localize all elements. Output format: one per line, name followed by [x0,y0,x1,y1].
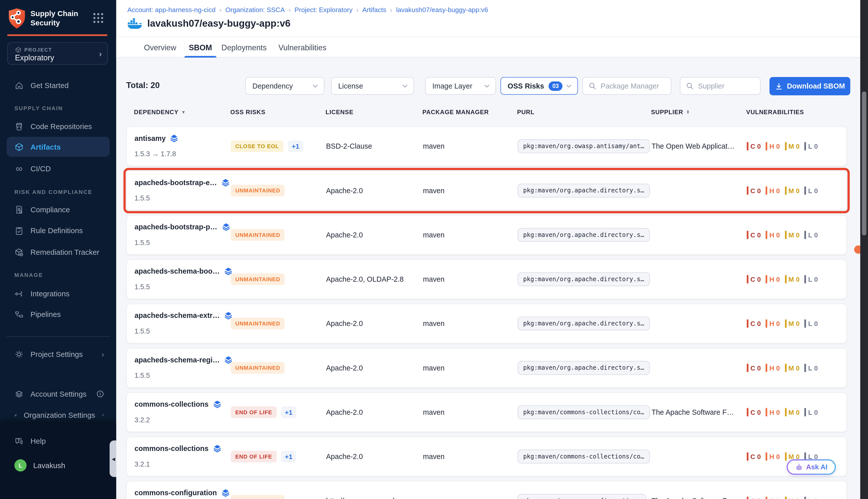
gear-icon [14,349,24,358]
table-row[interactable]: commons-configuration UNMAINTAINED http:… [126,481,847,499]
breadcrumb-link[interactable]: Project: Exploratory [294,6,353,14]
sidebar-section-risk-compliance: RISK AND COMPLIANCE [14,189,92,195]
chevron-down-icon [402,84,408,88]
package-manager-cell: maven [423,231,444,239]
dependency-name: apacheds-schema-extr… [135,312,219,320]
tab-vulnerabilities[interactable]: Vulnerabilities [278,37,326,58]
column-header-dependency[interactable]: DEPENDENCY ▼ [134,109,186,115]
dependency-version: 3.2.2 [135,416,221,424]
dependency-name: apacheds-schema-regi… [135,356,219,364]
sidebar-item-code-repositories[interactable]: Code Repositories [7,117,110,136]
sidebar-item-compliance[interactable]: Compliance [7,199,110,219]
table-row[interactable]: antisamy 1.5.3 → 1.7.8 CLOSE TO EOL+1 BS… [126,126,847,166]
table-row[interactable]: commons-collections 3.2.2 END OF LIFE+1 … [126,392,847,433]
sidebar-item-label: Rule Definitions [30,226,104,235]
purl-pill[interactable]: pkg:maven/commons-configuration… [518,494,646,499]
sidebar-item-pipelines[interactable]: Pipelines [7,304,110,324]
sidebar-item-rule-definitions[interactable]: Rule Definitions [7,221,110,241]
oss-risks-filter-dropdown[interactable]: OSS Risks 03 [500,77,578,95]
layers-icon [170,134,178,142]
breadcrumb-link[interactable]: Organization: SSCA [225,6,285,14]
supplier-search-input[interactable]: Supplier [680,77,761,95]
scrollbar-thumb[interactable] [862,91,867,235]
download-sbom-button[interactable]: Download SBOM [769,77,851,95]
purl-pill[interactable]: pkg:maven/commons-collections/co… [518,405,650,419]
license-filter-dropdown[interactable]: License [331,77,414,95]
tab-overview[interactable]: Overview [144,37,176,58]
table-row[interactable]: apacheds-schema-boo… 1.5.5 UNMAINTAINED … [126,259,847,299]
page-scrollbar[interactable] [860,0,868,499]
purl-pill[interactable]: pkg:maven/org.apache.directory.s… [518,361,650,375]
more-risks-badge[interactable]: +1 [281,451,296,462]
table-row[interactable]: apacheds-schema-extr… 1.5.5 UNMAINTAINED… [126,304,847,343]
sidebar-item-label: Help [30,437,104,445]
project-selector[interactable]: PROJECT Exploratory › [7,42,108,65]
info-icon[interactable] [102,411,104,419]
package-manager-search-input[interactable]: Package Manager [582,77,671,95]
tab-deployments[interactable]: Deployments [222,37,267,58]
sidebar-item-artifacts[interactable]: Artifacts [7,137,110,157]
artifact-title-row: lavakush07/easy-buggy-app:v6 [127,17,290,29]
chevron-right-icon: › [102,350,104,358]
vuln-critical: C0 [747,319,761,328]
oss-risk-badge: CLOSE TO EOL [231,141,284,152]
artifacts-box-icon [14,142,24,151]
sidebar-section-manage: MANAGE [14,272,43,278]
sidebar-item-label: Pipelines [30,310,104,318]
sidebar-item-label: Get Started [30,81,104,89]
vuln-critical: C0 [747,452,761,461]
table-row[interactable]: apacheds-bootstrap-e… 1.5.5 UNMAINTAINED… [126,171,847,210]
sidebar-item-user[interactable]: L Lavakush [7,455,110,475]
vuln-low: L0 [805,231,818,239]
column-header-supplier[interactable]: SUPPLIER ▲▼ [651,109,690,115]
sidebar-item-project-settings[interactable]: Project Settings › [7,344,110,364]
package-manager-cell: maven [423,275,444,283]
purl-pill[interactable]: pkg:maven/commons-collections/co… [518,450,650,464]
sidebar-item-account-settings[interactable]: Account Settings [7,384,110,404]
sidebar-item-help[interactable]: Help [7,431,110,451]
column-header-package-manager: PACKAGE MANAGER [423,109,489,115]
purl-pill[interactable]: pkg:maven/org.apache.directory.s… [518,272,650,286]
vuln-medium: M0 [785,364,800,372]
vuln-counts: C0H0M0L0 [747,142,818,150]
breadcrumb-link[interactable]: Account: app-harness-ng-cicd [127,6,216,14]
dependency-name: commons-collections [135,445,208,453]
infinity-icon: ∞ [14,164,24,173]
table-row[interactable]: apacheds-schema-regi… 1.5.5 UNMAINTAINED… [126,348,847,388]
column-label: SUPPLIER [651,109,683,115]
column-header-vulnerabilities: VULNERABILITIES [746,109,804,115]
purl-pill[interactable]: pkg:maven/org.owasp.antisamy/ant… [518,139,650,153]
purl-pill[interactable]: pkg:maven/org.apache.directory.s… [518,184,650,197]
page-header: Account: app-harness-ng-cicd› Organizati… [116,0,868,58]
oss-risk-badges: UNMAINTAINED [231,495,285,499]
dependency-filter-dropdown[interactable]: Dependency [245,77,325,95]
package-manager-cell: maven [423,142,444,150]
vuln-critical: C0 [747,186,761,195]
layers-icon [222,489,230,497]
sidebar-item-cicd[interactable]: ∞ CI/CD [7,158,110,178]
sort-descending-icon: ▼ [181,109,186,114]
vuln-low: L0 [805,497,818,499]
sidebar-item-get-started[interactable]: Get Started [7,75,110,95]
supplier-cell: The Apache Software F… [652,497,734,499]
oss-risk-badges: UNMAINTAINED [231,318,285,329]
purl-pill[interactable]: pkg:maven/org.apache.directory.s… [518,317,650,330]
breadcrumb-link[interactable]: lavakush07/easy-buggy-app:v6 [396,6,488,14]
more-risks-badge[interactable]: +1 [288,141,303,152]
table-row[interactable]: commons-collections 3.2.1 END OF LIFE+1 … [126,437,847,477]
sidebar-item-integrations[interactable]: Integrations [7,284,110,304]
app-switcher-icon[interactable] [92,12,104,24]
info-icon[interactable] [96,390,104,398]
sidebar-item-remediation-tracker[interactable]: Remediation Tracker [7,242,110,262]
image-layer-filter-dropdown[interactable]: Image Layer [425,77,496,95]
ask-ai-button[interactable]: Ask AI [787,459,836,475]
sidebar-item-organization-settings[interactable]: Organization Settings [7,405,110,425]
dependency-cell: apacheds-schema-extr… 1.5.5 [135,312,232,335]
breadcrumb-link[interactable]: Artifacts [362,6,386,14]
license-cell: Apache-2.0, OLDAP-2.8 [326,275,404,283]
tab-sbom[interactable]: SBOM [189,37,212,58]
license-cell: BSD-2-Clause [326,142,372,150]
table-row[interactable]: apacheds-bootstrap-p… 1.5.5 UNMAINTAINED… [126,215,847,255]
purl-pill[interactable]: pkg:maven/org.apache.directory.s… [518,228,650,242]
more-risks-badge[interactable]: +1 [281,406,296,418]
